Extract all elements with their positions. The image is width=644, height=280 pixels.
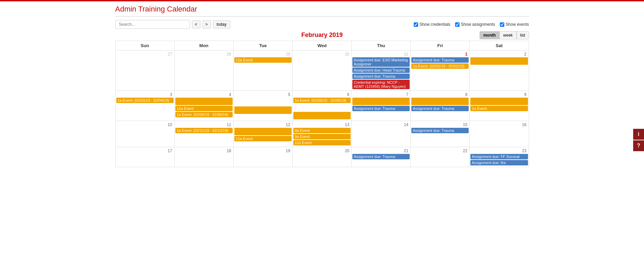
calendar-day: 19 — [233, 147, 292, 167]
day-number: 27 — [116, 51, 174, 57]
view-buttons: month week list — [480, 31, 529, 39]
col-fri: Fri — [411, 41, 470, 51]
calendar-event[interactable]: 12a Event: — [234, 136, 292, 141]
calendar-event[interactable]: Assignment due: Trauma — [352, 154, 410, 159]
calendar-event-continuation[interactable] — [411, 98, 469, 105]
calendar-day: 8Assignment due: Trauma — [411, 91, 470, 121]
calendar-event[interactable]: Assignment due: ESO Marketing Assignmer — [352, 57, 410, 67]
calendar-event[interactable]: 12p Event: — [293, 140, 351, 145]
col-mon: Mon — [174, 41, 233, 51]
calendar-event[interactable]: Assignment due: Trauma — [411, 106, 469, 111]
calendar-week-3: 1718192021Assignment due: Trauma2223Assi… — [115, 147, 529, 167]
view-month-button[interactable]: month — [480, 31, 500, 39]
calendar-event-continuation[interactable] — [470, 98, 528, 105]
toolbar: < > today Show credentials Show assignme… — [115, 20, 529, 29]
next-button[interactable]: > — [202, 20, 211, 28]
calendar-day: 30 — [292, 51, 351, 91]
col-wed: Wed — [292, 41, 351, 51]
show-credentials-checkbox[interactable]: Show credentials — [414, 22, 450, 27]
calendar-day: 18 — [174, 147, 233, 167]
calendar-header: February 2019 month week list — [115, 32, 529, 39]
day-number: 10 — [116, 122, 174, 128]
day-number: 31 — [352, 51, 410, 57]
calendar-event[interactable]: Assignment due: Trauma — [411, 57, 469, 63]
calendar-day: 7Assignment due: Trauma — [352, 91, 411, 121]
calendar-event[interactable]: 1a Event: — [470, 106, 528, 111]
calendar-event-continuation[interactable] — [175, 98, 233, 105]
calendar-event-continuation[interactable] — [234, 128, 292, 135]
calendar-event[interactable]: Assignment due: Trauma — [352, 106, 410, 111]
calendar-event[interactable]: 1a Event: (02/01/19 - 02/02/19) — [411, 63, 469, 69]
calendar-day: 61a Event: (02/06/19 - 02/08/19) — [292, 91, 351, 121]
day-number: 16 — [470, 122, 528, 128]
today-button[interactable]: today — [213, 20, 230, 28]
calendar-event[interactable]: 9a Event: — [293, 134, 351, 139]
calendar-event[interactable]: Assignment due: Head Trauma — [352, 67, 410, 73]
calendar-event[interactable]: 12a Event: — [234, 57, 292, 63]
calendar-event[interactable]: Credential expiring: NCCP - AEMT (123456… — [352, 80, 410, 89]
calendar-event[interactable]: Assignment due: fire — [470, 160, 528, 165]
sidebar-icons: i ? — [633, 129, 644, 151]
calendar-header-row: Sun Mon Tue Wed Thu Fri Sat — [115, 41, 529, 51]
toolbar-right: Show credentials Show assignments Show e… — [414, 22, 529, 27]
view-list-button[interactable]: list — [516, 31, 529, 39]
day-number: 18 — [175, 148, 233, 154]
day-number: 12 — [234, 122, 292, 128]
calendar-day: 21Assignment due: Trauma — [352, 147, 411, 167]
day-number: 22 — [411, 148, 469, 154]
calendar-event[interactable]: 12a Event: — [175, 106, 233, 111]
day-number: 8 — [411, 92, 469, 98]
calendar-week-1: 31a Event: (02/03/19 - 02/04/19)412a Eve… — [115, 91, 529, 121]
calendar-day: 412a Event:1a Event: (02/04/19 - 02/06/1… — [174, 91, 233, 121]
calendar-day: 10 — [115, 121, 174, 147]
calendar-event[interactable]: Assignment due: Trauma — [352, 74, 410, 79]
calendar-day: 17 — [115, 147, 174, 167]
calendar-event[interactable]: 8a Event: — [293, 128, 351, 133]
day-number: 15 — [411, 122, 469, 128]
prev-button[interactable]: < — [192, 20, 200, 28]
show-assignments-checkbox[interactable]: Show assignments — [455, 22, 495, 27]
calendar-table: Sun Mon Tue Wed Thu Fri Sat 27282912a Ev… — [115, 41, 529, 167]
show-events-checkbox[interactable]: Show events — [500, 22, 529, 27]
page-title: Admin Training Calendar — [115, 5, 529, 17]
col-sat: Sat — [470, 41, 529, 51]
calendar-event[interactable]: Assignment due: FF Survival — [470, 154, 528, 159]
calendar-event[interactable]: 1a Event: (02/03/19 - 02/04/19) — [116, 98, 174, 103]
calendar-event-continuation[interactable] — [352, 98, 410, 105]
calendar-event-continuation[interactable] — [470, 57, 528, 65]
calendar-day: 27 — [115, 51, 174, 91]
toolbar-left: < > today — [115, 20, 230, 29]
day-number: 1 — [411, 51, 469, 57]
calendar-event-continuation[interactable] — [293, 112, 351, 119]
calendar-day: 1212a Event: — [233, 121, 292, 147]
calendar-event[interactable]: 1a Event: (02/06/19 - 02/08/19) — [293, 98, 351, 103]
calendar-day: 20 — [292, 147, 351, 167]
calendar-day: 16 — [470, 121, 529, 147]
help-icon-button[interactable]: ? — [633, 140, 644, 151]
calendar-day: 22 — [411, 147, 470, 167]
calendar-event[interactable]: Assignment due: Trauma — [411, 128, 469, 133]
day-number: 13 — [293, 122, 351, 128]
day-number: 7 — [352, 92, 410, 98]
calendar-day: 15Assignment due: Trauma — [411, 121, 470, 147]
calendar-day: 91a Event: — [470, 91, 529, 121]
day-number: 4 — [175, 92, 233, 98]
calendar-day: 138a Event:9a Event:12p Event: — [292, 121, 351, 147]
col-tue: Tue — [233, 41, 292, 51]
view-week-button[interactable]: week — [500, 31, 516, 39]
calendar-event-continuation[interactable] — [234, 106, 292, 114]
calendar-day: 111a Event: (02/11/19 - 02/12/19) — [174, 121, 233, 147]
calendar-day: 28 — [174, 51, 233, 91]
day-number: 19 — [234, 148, 292, 154]
calendar-body: 27282912a Event:3031Assignment due: ESO … — [115, 51, 529, 167]
day-number: 17 — [116, 148, 174, 154]
calendar-week-0: 27282912a Event:3031Assignment due: ESO … — [115, 51, 529, 91]
calendar-event[interactable]: 1a Event: (02/04/19 - 02/06/19) — [175, 112, 233, 117]
info-icon-button[interactable]: i — [633, 129, 644, 140]
day-number: 6 — [293, 92, 351, 98]
calendar-event[interactable]: 1a Event: (02/11/19 - 02/12/19) — [175, 128, 233, 133]
month-title: February 2019 — [115, 32, 529, 39]
search-input[interactable] — [115, 20, 190, 29]
calendar-day: 31Assignment due: ESO Marketing Assignme… — [352, 51, 411, 91]
calendar-day: 2 — [470, 51, 529, 91]
